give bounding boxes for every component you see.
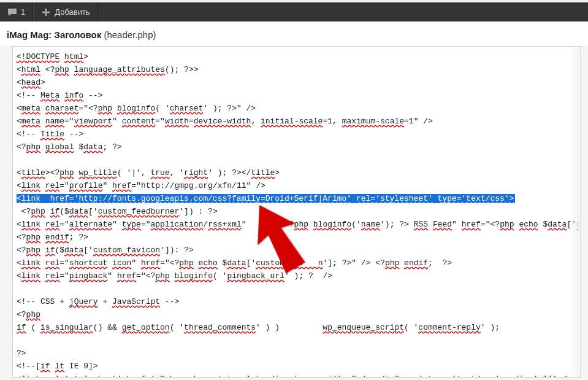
code-line[interactable]: <link rel='stylesheet' href='<?php echo …: [17, 373, 576, 378]
code-line[interactable]: [17, 282, 576, 295]
code-line[interactable]: <?php if($data['custom_feedburner']) : ?…: [17, 205, 576, 218]
comment-icon: [7, 7, 17, 17]
code-line[interactable]: <html <?php language_attributes(); ?>>: [17, 63, 576, 76]
code-line[interactable]: <!-- CSS + jQuery + JavaScript -->: [17, 295, 576, 308]
code-line[interactable]: if ( is_singular() && get_option( 'threa…: [17, 321, 576, 334]
code-line[interactable]: <link rel="shortcut icon" href="<?php ec…: [17, 257, 576, 269]
toolbar-comments-button[interactable]: 1: [0, 2, 33, 21]
page-title-area: iMag Mag: Заголовок (header.php): [0, 21, 588, 46]
toolbar-add-button[interactable]: Добавить: [33, 2, 97, 21]
plus-icon: [41, 7, 51, 17]
svg-rect-1: [42, 11, 50, 13]
code-line[interactable]: <title><?php wp_title( '|', true, 'right…: [17, 166, 576, 179]
code-line[interactable]: ?>: [17, 347, 576, 360]
code-line[interactable]: <!-- Title -->: [17, 128, 576, 141]
code-editor-content[interactable]: <!DOCTYPE html><html <?php language_attr…: [13, 47, 581, 378]
comments-count: 1: [21, 7, 25, 17]
code-line[interactable]: <?php endif; ?>: [17, 231, 576, 244]
code-line[interactable]: <link rel="profile" href="http://gmpg.or…: [17, 179, 576, 192]
code-line[interactable]: <!--[if lt IE 9]>: [17, 360, 576, 373]
current-file-name: (header.php): [104, 29, 156, 40]
code-line[interactable]: <!-- Meta info -->: [17, 89, 576, 102]
admin-toolbar: 1 Добавить: [0, 2, 588, 21]
code-line[interactable]: <head>: [17, 76, 576, 89]
page-title: iMag Mag: Заголовок: [7, 29, 101, 40]
code-line[interactable]: <?php global $data; ?>: [17, 141, 576, 153]
add-label: Добавить: [55, 7, 90, 17]
code-line[interactable]: <link href='http://fonts.googleapis.com/…: [17, 192, 576, 205]
code-line[interactable]: [17, 153, 576, 166]
code-line[interactable]: <meta charset="<?php bloginfo( 'charset'…: [17, 102, 576, 115]
code-line[interactable]: <?php: [17, 308, 576, 321]
code-line[interactable]: <!DOCTYPE html>: [17, 50, 576, 63]
code-line[interactable]: <meta name="viewport" content="width=dev…: [17, 115, 576, 128]
code-line[interactable]: <link rel="pingback" href="<?php bloginf…: [17, 269, 576, 282]
code-line[interactable]: <?php if($data['custom_favicon']): ?>: [17, 244, 576, 257]
code-editor-panel: <!DOCTYPE html><html <?php language_attr…: [12, 46, 581, 378]
code-line[interactable]: [17, 334, 576, 347]
code-line[interactable]: <link rel="alternate" type="application/…: [17, 218, 576, 231]
